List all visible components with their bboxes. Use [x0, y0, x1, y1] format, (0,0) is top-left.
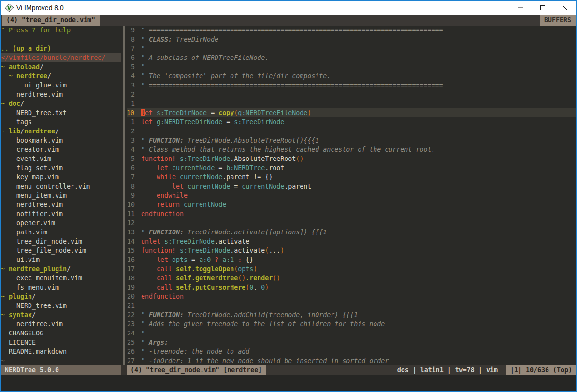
- buffers-label[interactable]: BUFFERS: [540, 15, 576, 26]
- command-line[interactable]: [1, 375, 576, 391]
- maximize-button[interactable]: [532, 1, 554, 15]
- text-segment: call: [157, 265, 172, 273]
- tree-row[interactable]: ~: [1, 356, 121, 365]
- tree-row[interactable]: ~ nerdtree/: [1, 72, 121, 81]
- text-segment: ): [307, 109, 311, 116]
- code-line[interactable]: 16 let opts = a:0 ? a:1 : {}: [127, 255, 576, 264]
- code-line[interactable]: 27" -inOrder: 1 if the new node should b…: [127, 356, 576, 365]
- tree-row[interactable]: ui_glue.vim: [1, 81, 121, 90]
- close-button[interactable]: [554, 1, 576, 15]
- tree-row[interactable]: CHANGELOG: [1, 329, 121, 338]
- text-segment: ui_glue.vim: [1, 82, 67, 89]
- code-line[interactable]: 15function! s:TreeDirNode.activate(...): [127, 246, 576, 255]
- code-line[interactable]: 20endfunction: [127, 292, 576, 301]
- code-line[interactable]: 21: [127, 301, 576, 310]
- code-line[interactable]: 6" A subclass of NERDTreeFileNode.: [127, 53, 576, 62]
- tree-row[interactable]: [1, 35, 121, 44]
- code-line[interactable]: 7 while currentNode.parent != {}: [127, 173, 576, 182]
- tree-row[interactable]: .. (up a dir): [1, 44, 121, 53]
- text-segment: ): [265, 284, 269, 291]
- code-text: while currentNode.parent != {}: [141, 173, 273, 182]
- tree-row[interactable]: opener.vim: [1, 218, 121, 228]
- tree-row[interactable]: nerdtree.vim: [1, 90, 121, 99]
- code-line[interactable]: 26" -treenode: the node to add: [127, 347, 576, 356]
- code-line[interactable]: 9 endwhile: [127, 191, 576, 200]
- tree-row[interactable]: creator.vim: [1, 145, 121, 154]
- line-number: 10: [127, 108, 135, 117]
- code-line[interactable]: 4" The 'composite' part of the file/dir …: [127, 72, 576, 81]
- tree-row[interactable]: nerdtree.vim: [1, 319, 121, 329]
- tab-tree-dir-node[interactable]: (4) "tree_dir_node.vim": [2, 15, 100, 26]
- tree-row[interactable]: ~ doc/: [1, 99, 121, 108]
- code-line[interactable]: 11endfunction: [127, 209, 576, 218]
- code-line[interactable]: 4" Class method that returns the highest…: [127, 145, 576, 154]
- text-segment: g:NERDTreeDirNode: [157, 118, 222, 126]
- code-line[interactable]: 5": [127, 62, 576, 72]
- tree-row[interactable]: tags: [1, 117, 121, 127]
- code-line[interactable]: 19 call self.putCursorHere(0, 0): [127, 283, 576, 292]
- tree-row[interactable]: key_map.vim: [1, 173, 121, 182]
- tree-row[interactable]: ~ lib/nerdtree/: [1, 127, 121, 136]
- text-segment: endfunction: [141, 210, 184, 218]
- text-segment: [141, 284, 157, 291]
- text-segment: let: [172, 183, 184, 190]
- text-segment: [211, 256, 215, 263]
- tree-row[interactable]: fs_menu.vim: [1, 283, 121, 292]
- code-line[interactable]: 10 return currentNode: [127, 200, 576, 209]
- code-line[interactable]: 7": [127, 44, 576, 53]
- code-line[interactable]: 9" =====================================…: [127, 26, 576, 35]
- tree-row[interactable]: ~ plugin/: [1, 292, 121, 301]
- line-number: 2: [127, 127, 135, 136]
- code-line[interactable]: 1: [127, 99, 576, 108]
- tree-row[interactable]: LICENCE: [1, 338, 121, 347]
- tree-row[interactable]: path.vim: [1, 228, 121, 237]
- code-line[interactable]: 25" Args:: [127, 338, 576, 347]
- tree-row[interactable]: tree_dir_node.vim: [1, 237, 121, 246]
- tree-row[interactable]: exec_menuitem.vim: [1, 274, 121, 283]
- tree-row[interactable]: menu_item.vim: [1, 191, 121, 200]
- tree-row[interactable]: ~ autoload/: [1, 62, 121, 72]
- tree-row[interactable]: </vimfiles/bundle/nerdtree/: [1, 53, 121, 62]
- tree-row[interactable]: notifier.vim: [1, 209, 121, 218]
- code-line[interactable]: 1let g:NERDTreeDirNode = s:TreeDirNode: [127, 117, 576, 127]
- line-number: 20: [127, 292, 135, 301]
- tree-row[interactable]: event.vim: [1, 154, 121, 163]
- code-line[interactable]: 22" FUNCTION: TreeDirNode.addChild(treen…: [127, 310, 576, 319]
- text-segment: FUNCTION:: [149, 229, 188, 236]
- tree-row[interactable]: README.markdown: [1, 347, 121, 356]
- code-text: " -treenode: the node to add: [141, 347, 249, 356]
- tree-row[interactable]: menu_controller.vim: [1, 182, 121, 191]
- code-line[interactable]: 8 let currentNode = currentNode.parent: [127, 182, 576, 191]
- code-line[interactable]: 8" CLASS: TreeDirNode: [127, 35, 576, 44]
- code-line[interactable]: 17 call self.toggleOpen(opts): [127, 264, 576, 274]
- text-segment: ~: [1, 357, 5, 364]
- code-line[interactable]: 14unlet s:TreeDirNode.activate: [127, 237, 576, 246]
- code-line[interactable]: 12: [127, 218, 576, 228]
- tree-row[interactable]: ~ nerdtree_plugin/: [1, 264, 121, 274]
- tree-row[interactable]: NERD_tree.vim: [1, 301, 121, 310]
- code-line[interactable]: 3" FUNCTION: TreeDirNode.AbsoluteTreeRoo…: [127, 136, 576, 145]
- code-line[interactable]: 23" Adds the given treenode to the list …: [127, 319, 576, 329]
- separator-line: [123, 26, 125, 365]
- code-line[interactable]: 13" FUNCTION: TreeDirNode.activate([opti…: [127, 228, 576, 237]
- code-line[interactable]: 2: [127, 90, 576, 99]
- tree-row[interactable]: nerdtree.vim: [1, 200, 121, 209]
- code-line[interactable]: 2: [127, 127, 576, 136]
- text-segment: .activate: [230, 247, 265, 254]
- window-separator[interactable]: [121, 26, 127, 375]
- text-segment: [141, 183, 172, 190]
- code-line[interactable]: 5function! s:TreeDirNode.AbsoluteTreeRoo…: [127, 154, 576, 163]
- tree-row[interactable]: tree_file_node.vim: [1, 246, 121, 255]
- tree-row[interactable]: " Press ? for help: [1, 26, 121, 35]
- tree-row[interactable]: flag_set.vim: [1, 163, 121, 173]
- minimize-button[interactable]: [509, 1, 532, 15]
- tree-row[interactable]: NERD_tree.txt: [1, 108, 121, 117]
- code-line[interactable]: 3" =====================================…: [127, 81, 576, 90]
- tree-row[interactable]: ui.vim: [1, 255, 121, 264]
- code-line[interactable]: 6 let currentNode = b:NERDTree.root: [127, 163, 576, 173]
- code-line[interactable]: 18 call self.getNerdtree().render(): [127, 274, 576, 283]
- tree-row[interactable]: bookmark.vim: [1, 136, 121, 145]
- tree-row[interactable]: ~ syntax/: [1, 310, 121, 319]
- code-line[interactable]: 10let s:TreeDirNode = copy(g:NERDTreeFil…: [127, 108, 576, 117]
- code-line[interactable]: 24": [127, 329, 576, 338]
